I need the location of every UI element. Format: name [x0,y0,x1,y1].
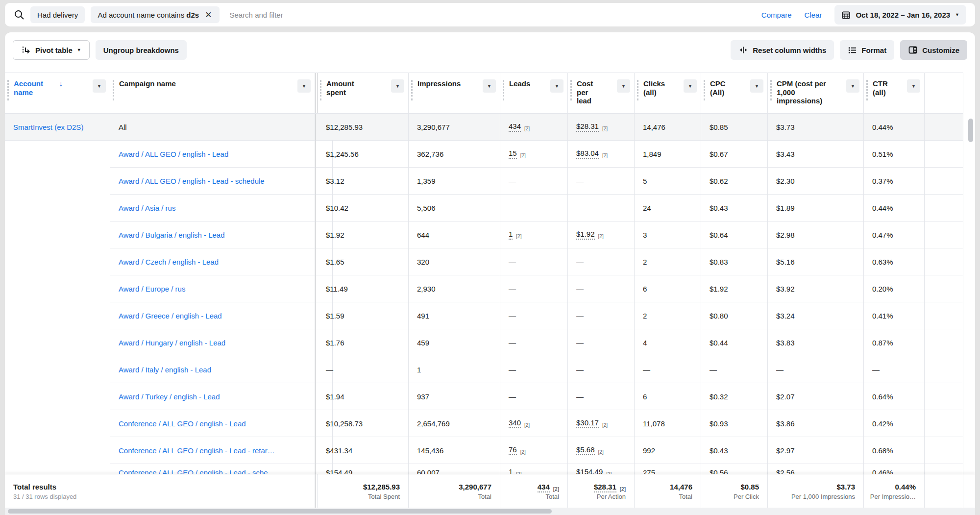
column-resize-handle[interactable] [637,80,638,100]
metric-value[interactable]: $1.92 [576,230,595,240]
row-empty-cell [925,248,963,275]
column-resize-handle[interactable] [113,80,114,100]
column-header-impressions[interactable]: Impressions ▼ [409,73,500,113]
column-resize-handle[interactable] [704,80,705,100]
metric-value: 11,078 [643,419,665,428]
horizontal-scrollbar-thumb[interactable] [8,509,552,514]
metric-value[interactable]: 1 [509,230,513,240]
footer-total-label: Total [679,493,692,500]
account-name-link[interactable]: SmartInvest (ex D2S) [13,123,83,131]
filter-chip-ad-account[interactable]: Ad account name contains d2s ✕ [91,6,220,23]
reset-column-widths-button[interactable]: Reset column widths [731,40,834,60]
metric-value[interactable]: 15 [509,149,517,159]
metric-value[interactable]: $154.49 [576,467,603,474]
pivot-table-button[interactable]: Pivot table ▼ [13,40,90,60]
search-filter-input[interactable] [229,11,347,19]
format-button[interactable]: Format [840,40,894,60]
metric-value[interactable]: $83.04 [576,149,599,159]
close-icon[interactable]: ✕ [204,11,213,19]
campaign-name-link[interactable]: Conference / ALL GEO / english - Lead - … [119,468,275,474]
column-menu-button[interactable]: ▼ [93,79,106,93]
campaign-name-link[interactable]: Award / Greece / english - Lead [119,312,222,320]
column-header-amount-spent[interactable]: Amount spent ▼ [318,73,409,113]
metric-value[interactable]: $28.31 [576,122,599,132]
filter-chip-label: Had delivery [37,11,78,19]
column-resize-handle[interactable] [570,80,572,100]
campaign-name-link[interactable]: Award / Bulgaria / english - Lead [119,231,225,239]
customize-button[interactable]: Customize [900,40,967,60]
metric-value[interactable]: $28.31 [594,483,616,492]
filter-chip-had-delivery[interactable]: Had delivery [30,6,85,23]
metric-cell-cpc: $0.67 [701,141,768,168]
metric-value: 0.63% [872,258,893,266]
clear-link[interactable]: Clear [805,11,822,19]
metric-value[interactable]: $30.17 [576,418,599,428]
column-menu-button[interactable]: ▼ [550,79,564,93]
column-header-clicks-all[interactable]: Clicks (all) ▼ [635,73,701,113]
column-menu-button[interactable]: ▼ [907,79,920,93]
account-name-cell[interactable]: SmartInvest (ex D2S) [5,114,110,141]
account-name-cell [5,410,110,437]
metric-value: 24 [643,204,651,212]
metric-cell-cpc: $0.83 [701,248,768,275]
campaign-name-link[interactable]: Award / ALL GEO / english - Lead - sched… [119,177,265,185]
column-resize-handle[interactable] [866,80,868,100]
column-resize-handle[interactable] [411,80,413,100]
column-resize-handle[interactable] [7,80,9,100]
vertical-scrollbar-thumb[interactable] [968,119,973,142]
metric-value: 0.44% [872,123,893,131]
column-label: CPM (cost per 1,000 impressions) [777,79,833,105]
metric-value[interactable]: 340 [509,418,521,428]
sort-descending-icon[interactable]: ↓ [59,79,63,89]
column-menu-button[interactable]: ▼ [391,79,404,93]
column-header-leads[interactable]: Leads ▼ [500,73,568,113]
column-menu-button[interactable]: ▼ [684,79,697,93]
campaign-name-link[interactable]: Conference / ALL GEO / english - Lead - … [119,446,275,455]
column-header-cost-per-lead[interactable]: Cost per lead ▼ [568,73,635,113]
metric-value[interactable]: 1 [509,467,513,474]
table-row: Award / Bulgaria / english - Lead$1.9264… [5,221,963,248]
metric-cell-impressions: 937 [409,383,500,410]
metric-value[interactable]: 434 [509,122,521,132]
metric-cell-clicks: 6 [635,275,701,302]
footnote-ref: [2] [553,487,559,492]
metric-value: $1.92 [326,231,344,239]
metric-cell-cost_per_lead: — [568,248,635,275]
footer-total-ctr: 0.44%Per Impressio… [864,474,925,508]
metric-value[interactable]: 434 [538,483,550,492]
column-resize-handle[interactable] [320,80,321,100]
metric-cell-clicks: 11,078 [635,410,701,437]
column-menu-button[interactable]: ▼ [846,79,859,93]
compare-link[interactable]: Compare [761,11,792,19]
column-resize-handle[interactable] [770,80,772,100]
metric-value[interactable]: 76 [509,445,517,455]
column-header-cpm[interactable]: CPM (cost per 1,000 impressions) ▼ [768,73,864,113]
row-empty-cell [925,114,963,141]
campaign-name-link[interactable]: Award / Hungary / english - Lead [119,339,225,347]
column-menu-button[interactable]: ▼ [750,79,763,93]
campaign-name-link[interactable]: Award / ALL GEO / english - Lead [119,150,228,158]
date-range-picker[interactable]: Oct 18, 2022 – Jan 16, 2023 ▼ [834,5,966,25]
campaign-name-link[interactable]: Award / Asia / rus [119,204,175,212]
metric-value: $0.93 [710,419,728,428]
column-menu-button[interactable]: ▼ [483,79,496,93]
column-resize-handle[interactable] [503,80,504,100]
column-menu-button[interactable]: ▼ [297,79,311,93]
ungroup-breakdowns-button[interactable]: Ungroup breakdowns [96,40,187,60]
column-menu-button[interactable]: ▼ [617,79,630,93]
campaign-name-link[interactable]: Conference / ALL GEO / english - Lead [119,419,246,428]
campaign-name-cell: Award / Asia / rus [110,195,315,221]
campaign-name-link[interactable]: Award / Italy / english - Lead [119,366,211,374]
campaign-name-link[interactable]: Award / Europe / rus [119,285,185,293]
campaign-name-link[interactable]: Award / Czech / english - Lead [119,258,219,266]
column-header-account-name[interactable]: Account name ↓ ▼ [5,73,110,113]
metric-value: 2 [643,312,647,320]
horizontal-scrollbar[interactable] [5,508,975,515]
metric-value[interactable]: $5.68 [576,445,595,455]
metric-cell-cost_per_lead: $30.17[2] [568,410,635,437]
column-header-ctr-all[interactable]: CTR (all) ▼ [864,73,925,113]
metric-cell-cpc: $0.56 [701,464,768,474]
column-header-campaign-name[interactable]: Campaign name ▼ [110,73,315,113]
campaign-name-link[interactable]: Award / Turkey / english - Lead [119,392,220,401]
column-header-cpc-all[interactable]: CPC (All) ▼ [701,73,768,113]
